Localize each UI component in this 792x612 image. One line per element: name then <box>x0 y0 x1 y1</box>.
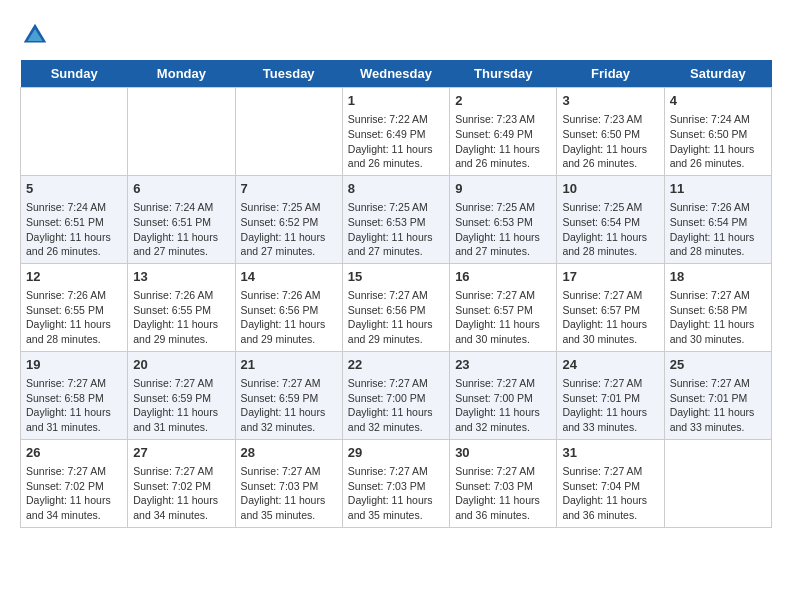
day-number: 18 <box>670 268 766 286</box>
day-number: 2 <box>455 92 551 110</box>
day-info: Sunrise: 7:25 AMSunset: 6:54 PMDaylight:… <box>562 200 658 259</box>
day-info: Sunrise: 7:27 AMSunset: 6:58 PMDaylight:… <box>26 376 122 435</box>
day-number: 9 <box>455 180 551 198</box>
day-number: 24 <box>562 356 658 374</box>
weekday-header-thursday: Thursday <box>450 60 557 88</box>
day-info: Sunrise: 7:25 AMSunset: 6:52 PMDaylight:… <box>241 200 337 259</box>
calendar-cell: 31Sunrise: 7:27 AMSunset: 7:04 PMDayligh… <box>557 439 664 527</box>
calendar-cell <box>235 88 342 176</box>
page-header <box>20 20 772 50</box>
day-info: Sunrise: 7:27 AMSunset: 7:04 PMDaylight:… <box>562 464 658 523</box>
day-number: 22 <box>348 356 444 374</box>
weekday-header-friday: Friday <box>557 60 664 88</box>
day-number: 11 <box>670 180 766 198</box>
calendar-cell: 11Sunrise: 7:26 AMSunset: 6:54 PMDayligh… <box>664 175 771 263</box>
day-number: 19 <box>26 356 122 374</box>
day-info: Sunrise: 7:27 AMSunset: 7:02 PMDaylight:… <box>26 464 122 523</box>
day-info: Sunrise: 7:27 AMSunset: 7:03 PMDaylight:… <box>241 464 337 523</box>
day-number: 8 <box>348 180 444 198</box>
day-number: 28 <box>241 444 337 462</box>
week-row-5: 26Sunrise: 7:27 AMSunset: 7:02 PMDayligh… <box>21 439 772 527</box>
calendar-cell: 23Sunrise: 7:27 AMSunset: 7:00 PMDayligh… <box>450 351 557 439</box>
calendar-cell <box>664 439 771 527</box>
day-info: Sunrise: 7:22 AMSunset: 6:49 PMDaylight:… <box>348 112 444 171</box>
weekday-header-monday: Monday <box>128 60 235 88</box>
calendar-cell: 8Sunrise: 7:25 AMSunset: 6:53 PMDaylight… <box>342 175 449 263</box>
calendar-cell: 20Sunrise: 7:27 AMSunset: 6:59 PMDayligh… <box>128 351 235 439</box>
calendar-cell: 19Sunrise: 7:27 AMSunset: 6:58 PMDayligh… <box>21 351 128 439</box>
day-info: Sunrise: 7:26 AMSunset: 6:55 PMDaylight:… <box>26 288 122 347</box>
day-number: 15 <box>348 268 444 286</box>
day-number: 17 <box>562 268 658 286</box>
calendar-cell <box>128 88 235 176</box>
day-info: Sunrise: 7:26 AMSunset: 6:54 PMDaylight:… <box>670 200 766 259</box>
weekday-header-saturday: Saturday <box>664 60 771 88</box>
day-number: 6 <box>133 180 229 198</box>
calendar-cell: 28Sunrise: 7:27 AMSunset: 7:03 PMDayligh… <box>235 439 342 527</box>
weekday-header-sunday: Sunday <box>21 60 128 88</box>
calendar-cell: 4Sunrise: 7:24 AMSunset: 6:50 PMDaylight… <box>664 88 771 176</box>
day-info: Sunrise: 7:27 AMSunset: 7:03 PMDaylight:… <box>455 464 551 523</box>
calendar-cell: 7Sunrise: 7:25 AMSunset: 6:52 PMDaylight… <box>235 175 342 263</box>
day-number: 31 <box>562 444 658 462</box>
weekday-header-tuesday: Tuesday <box>235 60 342 88</box>
day-number: 7 <box>241 180 337 198</box>
day-info: Sunrise: 7:27 AMSunset: 7:03 PMDaylight:… <box>348 464 444 523</box>
day-number: 12 <box>26 268 122 286</box>
day-number: 4 <box>670 92 766 110</box>
day-number: 27 <box>133 444 229 462</box>
calendar-cell: 17Sunrise: 7:27 AMSunset: 6:57 PMDayligh… <box>557 263 664 351</box>
week-row-4: 19Sunrise: 7:27 AMSunset: 6:58 PMDayligh… <box>21 351 772 439</box>
calendar-cell: 30Sunrise: 7:27 AMSunset: 7:03 PMDayligh… <box>450 439 557 527</box>
calendar-table: SundayMondayTuesdayWednesdayThursdayFrid… <box>20 60 772 528</box>
calendar-cell: 29Sunrise: 7:27 AMSunset: 7:03 PMDayligh… <box>342 439 449 527</box>
day-info: Sunrise: 7:27 AMSunset: 6:59 PMDaylight:… <box>241 376 337 435</box>
day-info: Sunrise: 7:24 AMSunset: 6:50 PMDaylight:… <box>670 112 766 171</box>
day-info: Sunrise: 7:27 AMSunset: 7:01 PMDaylight:… <box>670 376 766 435</box>
day-number: 1 <box>348 92 444 110</box>
day-info: Sunrise: 7:27 AMSunset: 6:57 PMDaylight:… <box>455 288 551 347</box>
day-number: 10 <box>562 180 658 198</box>
day-info: Sunrise: 7:27 AMSunset: 6:57 PMDaylight:… <box>562 288 658 347</box>
weekday-header-wednesday: Wednesday <box>342 60 449 88</box>
day-info: Sunrise: 7:25 AMSunset: 6:53 PMDaylight:… <box>455 200 551 259</box>
calendar-cell: 9Sunrise: 7:25 AMSunset: 6:53 PMDaylight… <box>450 175 557 263</box>
day-info: Sunrise: 7:27 AMSunset: 6:59 PMDaylight:… <box>133 376 229 435</box>
calendar-cell: 14Sunrise: 7:26 AMSunset: 6:56 PMDayligh… <box>235 263 342 351</box>
logo-icon <box>20 20 50 50</box>
day-number: 3 <box>562 92 658 110</box>
week-row-1: 1Sunrise: 7:22 AMSunset: 6:49 PMDaylight… <box>21 88 772 176</box>
calendar-cell: 25Sunrise: 7:27 AMSunset: 7:01 PMDayligh… <box>664 351 771 439</box>
day-info: Sunrise: 7:27 AMSunset: 7:00 PMDaylight:… <box>455 376 551 435</box>
calendar-cell: 27Sunrise: 7:27 AMSunset: 7:02 PMDayligh… <box>128 439 235 527</box>
day-info: Sunrise: 7:27 AMSunset: 7:02 PMDaylight:… <box>133 464 229 523</box>
week-row-3: 12Sunrise: 7:26 AMSunset: 6:55 PMDayligh… <box>21 263 772 351</box>
calendar-cell: 10Sunrise: 7:25 AMSunset: 6:54 PMDayligh… <box>557 175 664 263</box>
day-info: Sunrise: 7:27 AMSunset: 6:56 PMDaylight:… <box>348 288 444 347</box>
day-number: 23 <box>455 356 551 374</box>
calendar-cell: 13Sunrise: 7:26 AMSunset: 6:55 PMDayligh… <box>128 263 235 351</box>
day-info: Sunrise: 7:25 AMSunset: 6:53 PMDaylight:… <box>348 200 444 259</box>
day-number: 16 <box>455 268 551 286</box>
day-number: 14 <box>241 268 337 286</box>
day-number: 5 <box>26 180 122 198</box>
day-info: Sunrise: 7:26 AMSunset: 6:56 PMDaylight:… <box>241 288 337 347</box>
day-number: 29 <box>348 444 444 462</box>
calendar-cell: 21Sunrise: 7:27 AMSunset: 6:59 PMDayligh… <box>235 351 342 439</box>
calendar-cell: 1Sunrise: 7:22 AMSunset: 6:49 PMDaylight… <box>342 88 449 176</box>
day-info: Sunrise: 7:23 AMSunset: 6:50 PMDaylight:… <box>562 112 658 171</box>
calendar-cell: 3Sunrise: 7:23 AMSunset: 6:50 PMDaylight… <box>557 88 664 176</box>
calendar-cell: 5Sunrise: 7:24 AMSunset: 6:51 PMDaylight… <box>21 175 128 263</box>
day-info: Sunrise: 7:27 AMSunset: 7:00 PMDaylight:… <box>348 376 444 435</box>
day-info: Sunrise: 7:27 AMSunset: 6:58 PMDaylight:… <box>670 288 766 347</box>
week-row-2: 5Sunrise: 7:24 AMSunset: 6:51 PMDaylight… <box>21 175 772 263</box>
calendar-cell: 22Sunrise: 7:27 AMSunset: 7:00 PMDayligh… <box>342 351 449 439</box>
day-info: Sunrise: 7:26 AMSunset: 6:55 PMDaylight:… <box>133 288 229 347</box>
calendar-cell: 26Sunrise: 7:27 AMSunset: 7:02 PMDayligh… <box>21 439 128 527</box>
calendar-cell: 6Sunrise: 7:24 AMSunset: 6:51 PMDaylight… <box>128 175 235 263</box>
day-info: Sunrise: 7:24 AMSunset: 6:51 PMDaylight:… <box>26 200 122 259</box>
day-info: Sunrise: 7:23 AMSunset: 6:49 PMDaylight:… <box>455 112 551 171</box>
day-number: 20 <box>133 356 229 374</box>
day-number: 30 <box>455 444 551 462</box>
day-info: Sunrise: 7:27 AMSunset: 7:01 PMDaylight:… <box>562 376 658 435</box>
